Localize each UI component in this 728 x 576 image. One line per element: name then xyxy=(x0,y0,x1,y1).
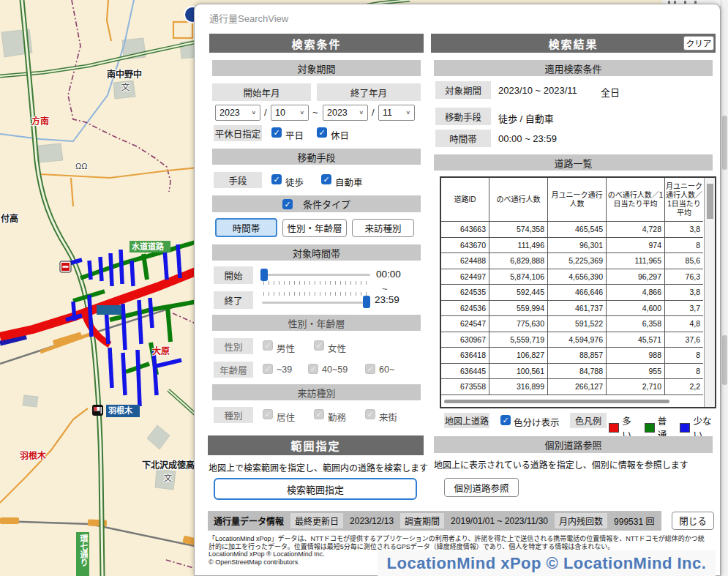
end-slider-track[interactable] xyxy=(262,302,370,304)
table-row[interactable]: 624536559,994461,7374,6003,7 xyxy=(441,301,703,317)
table-cell: 88,857 xyxy=(548,348,607,363)
tab-time-range[interactable]: 時間帯 xyxy=(215,218,277,237)
scrollbar-thumb[interactable] xyxy=(722,116,727,170)
table-row[interactable]: 6309675,559,7194,594,97645,57137,6 xyxy=(441,332,703,348)
search-conditions-header: 検索条件 xyxy=(209,34,424,53)
scrollbar-thumb[interactable] xyxy=(444,400,669,403)
clear-button[interactable]: クリア xyxy=(683,36,714,51)
end-month-label: 終了年月 xyxy=(317,83,421,101)
applied-time-label: 時間帯 xyxy=(435,130,491,147)
end-slider-ticks xyxy=(263,292,369,296)
legend-swatch xyxy=(645,423,655,433)
tab-visit-type[interactable]: 来訪種別 xyxy=(352,219,414,237)
table-cell: 673558 xyxy=(441,379,489,394)
table-cell: 4,8 xyxy=(665,316,703,332)
individual-road-button[interactable]: 個別道路参照 xyxy=(444,478,519,497)
brand-watermark: LocationMind xPop © LocationMind Inc. xyxy=(378,550,716,576)
weekday-checkbox[interactable]: ✓ xyxy=(271,127,282,138)
table-cell: 106,827 xyxy=(489,348,548,363)
end-slider-handle[interactable] xyxy=(363,296,370,308)
start-month-select[interactable]: 10 ∨ xyxy=(271,105,309,121)
table-row[interactable]: 6244975,874,1064,656,39096,29776,3 xyxy=(441,269,703,285)
close-button[interactable]: 閉じる xyxy=(672,512,714,530)
visitor-checkbox: ✓ xyxy=(365,409,375,419)
table-cell: 5,225,369 xyxy=(548,253,607,269)
condition-type-checkbox[interactable]: ✓ xyxy=(282,199,293,209)
table-cell: 6,829,888 xyxy=(489,253,548,269)
table-horizontal-scrollbar[interactable] xyxy=(444,400,700,405)
applied-transport-label: 移動手段 xyxy=(435,108,491,125)
table-cell: 559,994 xyxy=(489,301,548,316)
table-row[interactable]: 643670111,49696,3019748 xyxy=(441,238,703,254)
start-year-select[interactable]: 2023 ∨ xyxy=(215,105,260,121)
specify-range-button[interactable]: 検索範囲指定 xyxy=(214,478,417,500)
time-range-section-header: 対象時間帯 xyxy=(212,244,421,261)
table-cell: 100,561 xyxy=(489,364,548,379)
last-updated-label: 最終更新日 xyxy=(290,513,343,528)
table-row[interactable]: 624535592,445466,6464,8663,8 xyxy=(441,285,703,301)
worker-checkbox: ✓ xyxy=(314,409,324,419)
walk-checkbox[interactable]: ✓ xyxy=(271,174,282,184)
column-header: 月ユニーク通行人数 xyxy=(548,178,607,221)
start-slider-ticks xyxy=(263,281,369,285)
visitor-label: 来街 xyxy=(379,410,397,424)
table-cell: 624535 xyxy=(441,285,489,300)
survey-period-label: 調査期間 xyxy=(400,513,444,528)
end-year-select[interactable]: 2023 ∨ xyxy=(323,105,368,121)
time-tilde: ~ xyxy=(382,283,388,294)
table-vertical-scrollbar[interactable] xyxy=(704,178,715,407)
period-section-header: 対象期間 xyxy=(212,60,421,76)
road-table-header: 道路IDのべ通行人数月ユニーク通行人数のべ通行人数／1日当たり平均月ユニーク通行… xyxy=(441,178,703,222)
age-40-59-label: 40~59 xyxy=(322,364,348,375)
scrollbar-thumb[interactable] xyxy=(707,184,713,219)
table-cell: 96,297 xyxy=(607,269,665,285)
weekday-label: 平日 xyxy=(285,128,304,142)
no-entry-icon xyxy=(60,261,71,272)
car-checkbox[interactable]: ✓ xyxy=(321,174,331,184)
scrollbar-thumb[interactable] xyxy=(722,335,727,385)
road-list-header: 道路一覧 xyxy=(434,154,713,171)
table-cell: 3,7 xyxy=(665,301,703,316)
table-cell: 636445 xyxy=(441,364,489,379)
table-row[interactable]: 624547775,630591,5226,3584,8 xyxy=(441,316,703,332)
time-end-value: 23:59 xyxy=(375,294,399,305)
applied-period-day: 全日 xyxy=(601,85,620,99)
daytype-label: 平休日指定 xyxy=(214,125,262,141)
car-label: 自動車 xyxy=(335,175,363,189)
table-cell: 624547 xyxy=(441,316,489,332)
start-year-value: 2023 xyxy=(219,108,240,118)
window-scrollbar[interactable] xyxy=(721,0,728,576)
start-slider-handle[interactable] xyxy=(260,269,268,281)
table-cell: 76,3 xyxy=(665,269,703,285)
table-row[interactable]: 643663574,358465,5454,7283,8 xyxy=(441,222,703,238)
table-cell: 636418 xyxy=(441,348,489,363)
table-cell: 630967 xyxy=(441,332,489,348)
dialog-title: 通行量SearchView xyxy=(209,11,288,25)
table-row[interactable]: 6244886,829,8885,225,369111,96585,6 xyxy=(441,253,703,269)
road-table-body: 643663574,358465,5454,7283,8643670111,49… xyxy=(441,222,715,395)
table-cell: 775,630 xyxy=(489,316,548,332)
table-row[interactable]: 673558316,899266,1272,7102,2 xyxy=(441,379,703,395)
holiday-checkbox[interactable]: ✓ xyxy=(317,127,327,138)
legend-swatch xyxy=(609,423,619,433)
color-coding-checkbox[interactable]: ✓ xyxy=(500,415,511,425)
tab-gender-age[interactable]: 性別・年齢層 xyxy=(282,219,347,237)
screen: 南中野中文方南ΩΩ付高大原羽根木下北沢成徳高文水道道路羽根木環七通り 通行量Se… xyxy=(0,0,728,576)
road-table[interactable]: 道路IDのべ通行人数月ユニーク通行人数のべ通行人数／1日当たり平均月ユニーク通行… xyxy=(440,176,716,408)
table-cell: 574,358 xyxy=(489,222,548,237)
table-cell: 3,8 xyxy=(665,285,703,300)
visit-label: 種別 xyxy=(214,407,253,423)
age-60plus-label: 60~ xyxy=(379,364,394,375)
table-row[interactable]: 636445100,56184,7889558 xyxy=(441,364,703,380)
start-slider-track[interactable] xyxy=(262,274,370,276)
transport-label: 手段 xyxy=(214,172,262,188)
column-header: 月ユニーク通行人数／1日当たり平均 xyxy=(665,178,703,221)
legend-swatch xyxy=(680,423,690,433)
table-cell: 111,496 xyxy=(489,238,548,253)
end-month-select[interactable]: 11 ∨ xyxy=(378,105,415,121)
male-checkbox: ✓ xyxy=(263,340,273,351)
individual-road-description: 地図上に表示されている道路を指定し、個別に情報を参照します xyxy=(434,458,713,471)
time-end-label: 終了 xyxy=(214,291,253,309)
column-header: のべ通行人数 xyxy=(489,178,548,221)
table-row[interactable]: 636418106,82788,8579888 xyxy=(441,348,703,364)
